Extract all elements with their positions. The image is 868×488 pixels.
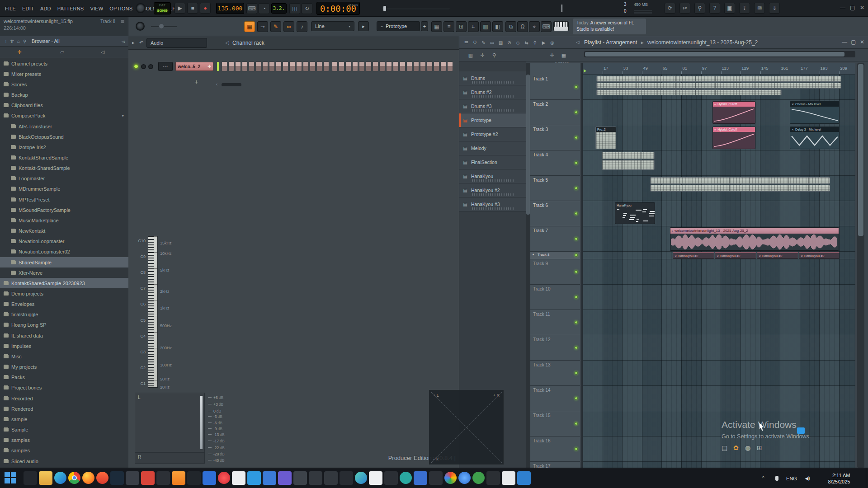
step-cell[interactable] — [276, 61, 282, 71]
browser-item-hoang-long-sp[interactable]: Hoang Long SP — [0, 320, 128, 330]
mic-icon[interactable]: ⚲ — [694, 3, 705, 14]
app-purple[interactable] — [278, 471, 292, 485]
zoom-icon[interactable]: ⚲ — [531, 38, 539, 47]
channel-button[interactable]: welco..5_2 ✛ — [175, 62, 213, 71]
magnet-icon[interactable]: Ω — [517, 21, 528, 32]
stop-button[interactable]: ■ — [187, 3, 198, 14]
step-cell[interactable] — [296, 61, 302, 71]
browser-item-novationloopmaster[interactable]: NovationLoopmaster — [0, 236, 128, 247]
pat-song-toggle[interactable]: PAT SONG — [154, 2, 171, 14]
browser-item-backup[interactable]: Backup — [0, 89, 128, 100]
start-button[interactable] — [5, 472, 17, 484]
app-opera[interactable] — [218, 472, 230, 484]
step-cell[interactable] — [255, 61, 261, 71]
brush-icon[interactable]: ▭ — [488, 38, 496, 47]
playlist-maximize-button[interactable]: ▢ — [851, 39, 856, 45]
app-blue-3[interactable] — [414, 471, 427, 485]
pencil-icon[interactable]: ✎ — [479, 38, 488, 47]
app-audio-editor[interactable] — [187, 471, 201, 485]
add-tab-icon[interactable]: ✛ — [16, 49, 23, 55]
step-cell[interactable] — [269, 61, 275, 71]
clip-piano-hanakyou[interactable]: HanaKyou — [615, 202, 655, 224]
pattern-item-drums-2[interactable]: ▤Drums #2 — [459, 85, 526, 99]
browser-item-musicmarketplace[interactable]: MusicMarketplace — [0, 215, 128, 225]
clip-pattern[interactable] — [602, 152, 655, 159]
playlist-grid[interactable]: 173349658197113129145161177193209225 ∞Hy… — [581, 63, 855, 468]
track-header-track-9[interactable]: Track 9 — [530, 259, 580, 285]
channel-enable-led[interactable] — [134, 64, 138, 69]
track-header-track-16[interactable]: Track 16 — [530, 436, 580, 462]
loop-record-icon[interactable]: ↻ — [302, 3, 312, 14]
step-cell[interactable] — [345, 61, 351, 71]
step-cell[interactable] — [447, 61, 453, 71]
app-dark-3[interactable] — [384, 471, 398, 485]
browser-item-kontaktsharedsample-20230923[interactable]: KontaktSharedSample-20230923 — [0, 278, 128, 288]
arrow-tool-icon[interactable]: ➞ — [257, 21, 268, 32]
app-dark-1[interactable] — [156, 471, 170, 485]
browser-item-sliced-audio[interactable]: Sliced audio — [0, 456, 128, 466]
app-color-wheel[interactable] — [444, 472, 457, 484]
clip-mini-hanakyou-2[interactable]: ✕HanaKyou #2 — [799, 252, 840, 259]
app-text-tool[interactable] — [502, 471, 515, 485]
clip-auto-pink-hybrid-cutoff[interactable]: ∞Hybrid..Cutoff — [712, 101, 755, 124]
browser-item-misc[interactable]: Misc — [0, 351, 128, 361]
app-chrome[interactable] — [68, 472, 80, 484]
pattern-item-prototype[interactable]: ▤Prototype — [459, 113, 526, 127]
step-cell[interactable] — [393, 61, 399, 71]
pattern-item-hanakyou-3[interactable]: ▤HanaKyou #3 — [459, 197, 526, 211]
app-terminal[interactable] — [24, 471, 37, 485]
piano-keyboard-icon[interactable] — [553, 21, 569, 31]
app-media-red[interactable] — [141, 471, 155, 485]
step-cell[interactable] — [242, 61, 248, 71]
app-firefox[interactable] — [82, 472, 94, 484]
track-header-track-8[interactable]: ▲Track 8 — [530, 252, 580, 259]
chat-icon[interactable]: ✉ — [754, 3, 765, 14]
browser-item-project-bones[interactable]: Project bones — [0, 383, 128, 393]
quantize-icon[interactable]: ⊞ — [456, 21, 467, 32]
step-cell[interactable] — [406, 61, 412, 71]
search-icon[interactable]: ⚲ — [488, 51, 500, 60]
browser-item-sample[interactable]: Sample — [0, 424, 128, 435]
browser-item-finalstruggle[interactable]: finalstruggle — [0, 310, 128, 320]
master-volume-knob[interactable] — [136, 3, 146, 13]
browser-item-mdrummersample[interactable]: MDrummerSample — [0, 184, 128, 194]
timeline-ruler[interactable]: 173349658197113129145161177193209225 — [583, 63, 855, 75]
snap-list-icon[interactable]: ≡ — [443, 21, 454, 32]
paint-icon[interactable]: ▨ — [496, 38, 505, 47]
top-icon[interactable]: ⇈ — [9, 39, 15, 44]
menu-options[interactable]: OPTIONS — [106, 6, 136, 11]
pattern-item-hanakyou[interactable]: ▤HanaKyou — [459, 169, 526, 183]
clip-auto-dark-delay-3-mix-level[interactable]: ✕Delay 3 - Mix level — [790, 127, 840, 149]
home-icon[interactable]: ⌂ — [15, 39, 22, 44]
browser-item-rendered[interactable]: Rendered — [0, 404, 128, 414]
app-settings-1[interactable] — [309, 471, 322, 485]
seek-icon[interactable]: ◎ — [548, 38, 557, 47]
typing-keyboard-icon[interactable]: ⌨ — [246, 3, 257, 14]
track-header-track-12[interactable]: Track 12 — [530, 335, 580, 361]
track-header-track-13[interactable]: Track 13 — [530, 361, 580, 386]
add-channel-button[interactable]: + — [194, 78, 198, 85]
step-cell[interactable] — [249, 61, 255, 71]
download-icon[interactable]: ⇓ — [769, 3, 780, 14]
menu-icon[interactable]: ☰ — [462, 38, 471, 47]
step-cell[interactable] — [332, 61, 338, 71]
browser-item-mixer-presets[interactable]: Mixer presets — [0, 69, 128, 79]
app-dark-5[interactable] — [486, 471, 500, 485]
pattern-item-drums[interactable]: ▤Drums — [459, 71, 526, 85]
add-pattern-button[interactable]: + — [421, 21, 428, 31]
clip-audio-welcometowintersunlight-13-2025-aug-25-2[interactable]: ▸welcometowintersunlight_13 - 2025-Aug-2… — [670, 227, 839, 251]
browser-item-air-transfuser[interactable]: AIR-Transfuser — [0, 121, 128, 131]
track-header-track-14[interactable]: Track 14 — [530, 386, 580, 411]
copy-icon[interactable]: ⧉ — [505, 21, 516, 32]
app-fl-studio[interactable] — [172, 471, 185, 485]
playlist-close-button[interactable]: ✕ — [860, 39, 864, 45]
app-dark-4[interactable] — [429, 471, 443, 485]
app-dark-2[interactable] — [340, 471, 353, 485]
step-cell[interactable] — [316, 61, 322, 71]
step-cell[interactable] — [400, 61, 406, 71]
track-header-track-15[interactable]: Track 15 — [530, 411, 580, 436]
menu-add[interactable]: ADD — [37, 6, 54, 11]
playback-icon[interactable]: ▶ — [539, 38, 548, 47]
clip-pattern[interactable] — [596, 83, 841, 89]
app-settings-2[interactable] — [324, 471, 338, 485]
